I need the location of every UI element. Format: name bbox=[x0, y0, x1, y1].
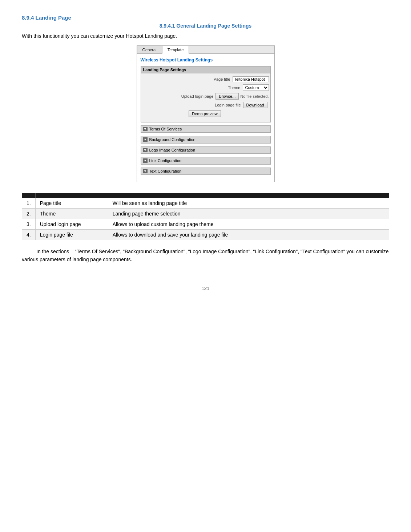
body-paragraph: In the sections – "Terms Of Services", "… bbox=[22, 247, 389, 264]
download-button[interactable]: Download bbox=[243, 102, 267, 108]
intro-text: With this functionality you can customiz… bbox=[22, 33, 389, 39]
demo-preview-button[interactable]: Demo preview bbox=[189, 110, 221, 117]
table-row: 4.Login page fileAllows to download and … bbox=[22, 230, 389, 240]
panel-tabs: General Template bbox=[137, 46, 274, 54]
label-login-file: Login page file bbox=[197, 103, 241, 107]
table-cell-num: 3. bbox=[22, 219, 36, 230]
panel-title: Wireless Hotspot Landing Settings bbox=[141, 57, 271, 63]
section-logo-label: Logo Image Configuration bbox=[149, 148, 196, 152]
collapse-icon-terms: ▼ bbox=[143, 127, 148, 131]
no-file-text: No file selected. bbox=[240, 94, 269, 98]
tab-general[interactable]: General bbox=[137, 46, 162, 53]
page-number: 121 bbox=[22, 286, 389, 291]
table-cell-key: Upload login page bbox=[35, 219, 108, 230]
sub-heading: 8.9.4.1 General Landing Page Settings bbox=[22, 23, 389, 29]
section-link: ▼ Link Configuration bbox=[141, 157, 271, 165]
section-terms-label: Terms Of Services bbox=[149, 127, 182, 131]
section-logo: ▼ Logo Image Configuration bbox=[141, 146, 271, 154]
collapse-icon-logo: ▼ bbox=[143, 148, 148, 152]
form-row-page-title: Page title bbox=[142, 76, 269, 82]
section-terms: ▼ Terms Of Services bbox=[141, 125, 271, 133]
table-row: 2.ThemeLanding page theme selection bbox=[22, 209, 389, 219]
table-header-value bbox=[108, 193, 389, 198]
section-text-header[interactable]: ▼ Text Configuration bbox=[141, 168, 270, 175]
btn-row-demo: Demo preview bbox=[142, 110, 269, 117]
collapse-icon-background: ▼ bbox=[143, 137, 148, 142]
table-cell-key: Theme bbox=[35, 209, 108, 219]
section-text: ▼ Text Configuration bbox=[141, 168, 271, 175]
table-cell-num: 4. bbox=[22, 230, 36, 240]
table-row: 1.Page titleWill be seen as landing page… bbox=[22, 198, 389, 209]
form-row-theme: Theme Custom bbox=[142, 84, 269, 91]
settings-panel: General Template Wireless Hotspot Landin… bbox=[137, 45, 275, 182]
section-background-label: Background Configuration bbox=[149, 137, 196, 142]
select-theme[interactable]: Custom bbox=[243, 84, 269, 91]
panel-inner: Wireless Hotspot Landing Settings Landin… bbox=[137, 54, 274, 182]
table-cell-value: Allows to upload custom landing page the… bbox=[108, 219, 389, 230]
table-cell-num: 2. bbox=[22, 209, 36, 219]
data-table: 1.Page titleWill be seen as landing page… bbox=[22, 193, 389, 240]
section-heading: 8.9.4 Landing Page bbox=[22, 15, 389, 21]
section-text-label: Text Configuration bbox=[149, 169, 182, 173]
label-theme: Theme bbox=[197, 85, 241, 90]
table-cell-value: Landing page theme selection bbox=[108, 209, 389, 219]
table-cell-key: Login page file bbox=[35, 230, 108, 240]
form-row-upload: Upload login page Browse... No file sele… bbox=[142, 93, 269, 100]
settings-body: Page title Theme Custom Upload login pag… bbox=[141, 73, 270, 122]
settings-section: Landing Page Settings Page title Theme C… bbox=[141, 66, 271, 122]
table-cell-value: Allows to download and save your landing… bbox=[108, 230, 389, 240]
label-page-title: Page title bbox=[187, 77, 230, 81]
form-row-login-file: Login page file Download bbox=[142, 102, 269, 108]
table-cell-num: 1. bbox=[22, 198, 36, 209]
tab-template[interactable]: Template bbox=[162, 46, 189, 54]
collapse-icon-link: ▼ bbox=[143, 158, 148, 163]
section-background-header[interactable]: ▼ Background Configuration bbox=[141, 136, 270, 143]
input-page-title[interactable] bbox=[233, 76, 269, 82]
section-background: ▼ Background Configuration bbox=[141, 136, 271, 144]
collapse-icon-text: ▼ bbox=[143, 169, 148, 173]
browse-button[interactable]: Browse... bbox=[215, 93, 239, 100]
section-logo-header[interactable]: ▼ Logo Image Configuration bbox=[141, 147, 270, 154]
section-link-label: Link Configuration bbox=[149, 158, 182, 163]
table-row: 3.Upload login pageAllows to upload cust… bbox=[22, 219, 389, 230]
section-terms-header[interactable]: ▼ Terms Of Services bbox=[141, 126, 270, 133]
table-header-num bbox=[22, 193, 36, 198]
settings-section-header: Landing Page Settings bbox=[141, 66, 270, 73]
table-header-key bbox=[35, 193, 108, 198]
table-cell-value: Will be seen as landing page title bbox=[108, 198, 389, 209]
section-link-header[interactable]: ▼ Link Configuration bbox=[141, 157, 270, 164]
table-cell-key: Page title bbox=[35, 198, 108, 209]
label-upload: Upload login page bbox=[170, 94, 213, 98]
panel-wrapper: General Template Wireless Hotspot Landin… bbox=[22, 45, 389, 182]
